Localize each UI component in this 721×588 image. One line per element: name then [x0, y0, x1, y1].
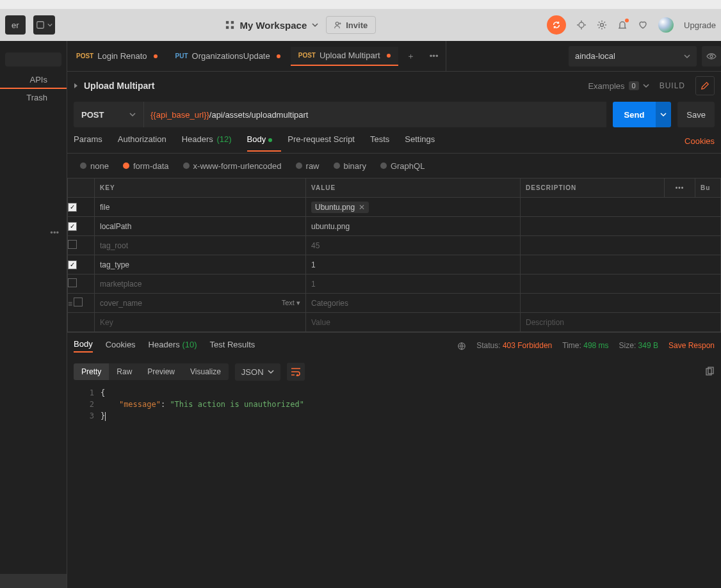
subtab-headers[interactable]: Headers (12) — [182, 134, 232, 148]
response-tab-body[interactable]: Body — [74, 339, 93, 353]
favorite-icon[interactable] — [638, 20, 648, 31]
user-avatar[interactable] — [658, 17, 674, 33]
bodytype-raw[interactable]: raw — [296, 161, 320, 171]
svg-point-6 — [579, 22, 584, 28]
response-format-dropdown[interactable]: JSON — [235, 363, 280, 381]
save-response-button[interactable]: Save Respon — [668, 341, 715, 350]
environment-selector[interactable]: ainda-local — [569, 46, 697, 67]
invite-label: Invite — [346, 20, 368, 30]
subtab-params[interactable]: Params — [74, 134, 102, 148]
sidebar-tab-apis[interactable]: APIs — [0, 72, 67, 89]
cell-key[interactable]: marketplace — [95, 274, 306, 294]
subtab-authorization[interactable]: Authorization — [118, 134, 166, 148]
upgrade-button[interactable]: Upgrade — [684, 20, 716, 30]
cell-value[interactable]: 45 — [306, 236, 521, 255]
runner-button[interactable] — [33, 15, 55, 35]
row-checkbox[interactable] — [68, 260, 77, 269]
row-checkbox[interactable] — [68, 222, 77, 231]
response-tab-cookies[interactable]: Cookies — [106, 340, 136, 352]
subtab-settings[interactable]: Settings — [405, 134, 435, 148]
key-type-dropdown[interactable]: Text ▾ — [282, 299, 300, 307]
http-method-dropdown[interactable]: POST — [74, 102, 144, 127]
drag-handle-icon[interactable]: ≡ — [68, 299, 72, 308]
environment-quicklook-button[interactable] — [702, 46, 721, 67]
cell-key[interactable]: file — [95, 198, 306, 217]
cell-description[interactable] — [521, 274, 721, 294]
cookies-link[interactable]: Cookies — [685, 136, 715, 146]
response-body[interactable]: 1 2 3 { "message": "This action is unaut… — [67, 385, 721, 422]
edit-request-button[interactable] — [695, 76, 715, 95]
workspace-switcher[interactable]: My Workspace — [225, 20, 318, 31]
cell-value[interactable]: ubuntu.png — [306, 217, 521, 236]
bodytype-none[interactable]: none — [80, 161, 109, 171]
row-checkbox[interactable] — [68, 278, 77, 287]
remove-file-icon[interactable]: ✕ — [359, 203, 365, 212]
request-tab[interactable]: POST Login Renato — [69, 47, 165, 66]
tab-overflow-button[interactable]: ••• — [425, 47, 443, 65]
cell-value[interactable]: 1 — [306, 274, 521, 294]
sidebar-filter-input[interactable] — [5, 52, 61, 67]
view-raw[interactable]: Raw — [109, 363, 140, 380]
response-tab-headers[interactable]: Headers (10) — [149, 340, 197, 352]
cell-key-placeholder[interactable]: Key — [95, 313, 306, 332]
request-tab-active[interactable]: POST Upload Multipart — [291, 47, 398, 66]
cell-value[interactable]: 1 — [306, 255, 521, 274]
settings-icon[interactable] — [597, 20, 607, 31]
cell-key[interactable]: cover_name Text ▾ — [95, 294, 306, 313]
cell-key[interactable]: tag_type — [95, 255, 306, 274]
bodytype-urlencoded[interactable]: x-www-form-urlencoded — [183, 161, 282, 171]
cell-description[interactable] — [521, 294, 721, 313]
view-pretty[interactable]: Pretty — [74, 363, 109, 380]
caret-right-icon[interactable] — [74, 83, 79, 89]
examples-dropdown[interactable]: Examples 0 — [588, 81, 649, 91]
cell-value[interactable]: Categories — [306, 294, 521, 313]
sync-button[interactable] — [547, 15, 566, 35]
url-input[interactable]: {{api_base_url}}/api/assets/uploadmultip… — [144, 102, 606, 127]
th-more-icon[interactable]: ••• — [665, 179, 695, 198]
capture-icon[interactable] — [576, 20, 587, 31]
cell-key[interactable]: tag_root — [95, 236, 306, 255]
row-checkbox[interactable] — [68, 240, 77, 249]
code-content[interactable]: { "message": "This action is unauthorize… — [101, 387, 304, 422]
sidebar-item-selected[interactable] — [0, 574, 67, 588]
cell-value[interactable]: Ubuntu.png ✕ — [306, 198, 521, 217]
sidebar-tab-trash[interactable]: Trash — [0, 89, 67, 106]
save-button[interactable]: Save — [677, 102, 715, 127]
subtab-body[interactable]: Body — [247, 134, 273, 148]
request-title[interactable]: Upload Multipart — [84, 81, 154, 91]
send-button[interactable]: Send — [613, 102, 656, 127]
copy-response-button[interactable] — [704, 367, 715, 377]
subtab-prerequest-script[interactable]: Pre-request Script — [288, 134, 355, 148]
subtab-tests[interactable]: Tests — [370, 134, 389, 148]
cell-description-placeholder[interactable]: Description — [521, 313, 721, 332]
response-tab-testresults[interactable]: Test Results — [210, 340, 255, 352]
new-button[interactable]: er — [5, 15, 26, 35]
row-checkbox[interactable] — [74, 298, 83, 306]
bodytype-formdata[interactable]: form-data — [123, 161, 169, 171]
send-dropdown-button[interactable] — [656, 102, 671, 127]
url-path: /api/assets/uploadmultipart — [209, 110, 309, 120]
unsaved-dot-icon — [387, 54, 391, 58]
cell-key[interactable]: localPath — [95, 217, 306, 236]
cell-value-placeholder[interactable]: Value — [306, 313, 521, 332]
row-checkbox[interactable] — [68, 203, 77, 212]
invite-button[interactable]: Invite — [326, 16, 376, 34]
view-preview[interactable]: Preview — [140, 363, 182, 380]
bulk-edit-link[interactable]: Bu — [695, 179, 721, 198]
svg-point-8 — [710, 55, 713, 58]
cell-description[interactable] — [521, 255, 721, 274]
svg-rect-4 — [231, 26, 234, 29]
cell-description[interactable] — [521, 236, 721, 255]
sidebar-item-more[interactable]: ••• — [0, 228, 67, 242]
view-visualize[interactable]: Visualize — [182, 363, 229, 380]
bodytype-binary[interactable]: binary — [334, 161, 366, 171]
wrap-lines-button[interactable] — [287, 363, 305, 381]
request-tab[interactable]: PUT OrganizationsUpdate — [168, 47, 288, 66]
cell-description[interactable] — [521, 198, 721, 217]
network-icon[interactable] — [457, 341, 466, 351]
file-chip[interactable]: Ubuntu.png ✕ — [311, 202, 369, 213]
bodytype-graphql[interactable]: GraphQL — [380, 161, 425, 171]
cell-description[interactable] — [521, 217, 721, 236]
new-tab-button[interactable]: ＋ — [402, 47, 420, 65]
notifications-icon[interactable] — [617, 20, 628, 31]
